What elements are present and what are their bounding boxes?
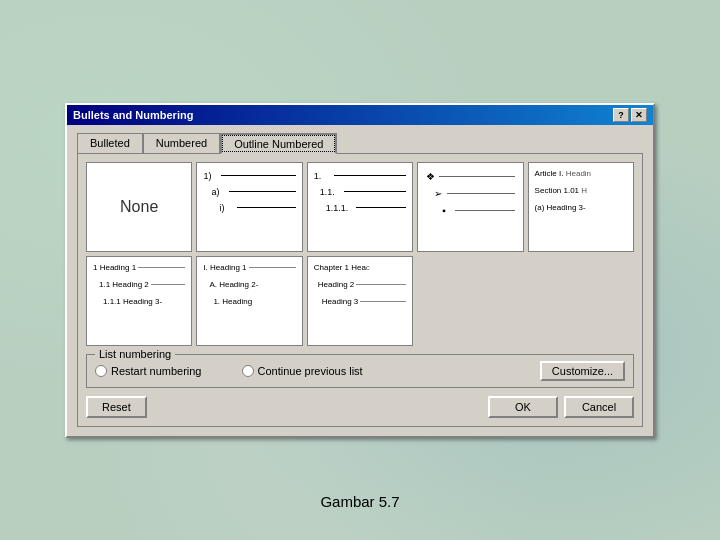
bottom-buttons-row: Reset OK Cancel	[86, 396, 634, 418]
tab-bulleted[interactable]: Bulleted	[77, 133, 143, 154]
continue-label: Continue previous list	[258, 365, 363, 377]
h1-line1: 1 Heading 1	[93, 263, 136, 272]
grid-cell-heading2[interactable]: I. Heading 1 A. Heading 2- 1. Heading	[196, 256, 302, 346]
chapter-list: Chapter 1 Heac Heading 2 Heading 3	[312, 261, 408, 312]
article-heading-2: Section 1.01 H	[535, 186, 587, 195]
ch-line1: Chapter 1 Heac	[314, 263, 370, 272]
ch-line2: Heading 2	[318, 280, 354, 289]
style-grid: None 1) a)	[86, 162, 634, 346]
tab-content: None 1) a)	[77, 153, 643, 427]
ok-cancel-group: OK Cancel	[488, 396, 634, 418]
grid-cell-symbols[interactable]: ❖ ➢ ▪	[417, 162, 523, 252]
grid-cell-article[interactable]: Article I. Headin Section 1.01 H (a) Hea…	[528, 162, 634, 252]
reset-button[interactable]: Reset	[86, 396, 147, 418]
article-heading-3: (a) Heading 3-	[535, 203, 586, 212]
grid-cell-1[interactable]: 1) a) i)	[196, 162, 302, 252]
tab-outline-numbered[interactable]: Outline Numbered	[220, 133, 337, 154]
tab-numbered[interactable]: Numbered	[143, 133, 220, 154]
none-label: None	[120, 198, 158, 216]
h2-line3: 1. Heading	[213, 297, 252, 306]
continue-numbering-option[interactable]: Continue previous list	[242, 365, 363, 377]
title-bar-buttons: ? ✕	[613, 108, 647, 122]
dialog-body: Bulleted Numbered Outline Numbered None	[67, 125, 653, 436]
h2-line2: A. Heading 2-	[209, 280, 258, 289]
caption: Gambar 5.7	[320, 493, 399, 510]
dialog-bullets-numbering: Bullets and Numbering ? ✕ Bulleted Numbe…	[65, 103, 655, 438]
heading2-list: I. Heading 1 A. Heading 2- 1. Heading	[201, 261, 297, 312]
restart-numbering-option[interactable]: Restart numbering	[95, 365, 202, 377]
list-numbering-legend: List numbering	[95, 348, 175, 360]
close-button[interactable]: ✕	[631, 108, 647, 122]
help-button[interactable]: ?	[613, 108, 629, 122]
ch-line3: Heading 3	[322, 297, 358, 306]
restart-radio[interactable]	[95, 365, 107, 377]
dialog-title: Bullets and Numbering	[73, 109, 193, 121]
grid-cell-2[interactable]: 1. 1.1. 1.1.1.	[307, 162, 413, 252]
continue-radio[interactable]	[242, 365, 254, 377]
ok-button[interactable]: OK	[488, 396, 558, 418]
heading1-list: 1 Heading 1 1.1 Heading 2 1.1.1 Heading …	[91, 261, 187, 312]
article-heading-1: Article I. Headin	[535, 169, 591, 178]
tab-bar: Bulleted Numbered Outline Numbered	[77, 133, 643, 154]
article-list: Article I. Headin Section 1.01 H (a) Hea…	[533, 167, 629, 218]
h1-line3: 1.1.1 Heading 3-	[103, 297, 162, 306]
outline-lines-1: 1) a) i)	[201, 167, 297, 217]
grid-cell-none[interactable]: None	[86, 162, 192, 252]
radio-row: Restart numbering Continue previous list…	[95, 361, 625, 381]
cancel-button[interactable]: Cancel	[564, 396, 634, 418]
restart-label: Restart numbering	[111, 365, 202, 377]
list-numbering-box: List numbering Restart numbering Continu…	[86, 354, 634, 388]
list-numbering-section: List numbering Restart numbering Continu…	[86, 354, 634, 388]
symbol-3: ▪	[442, 205, 452, 216]
h1-line2: 1.1 Heading 2	[99, 280, 149, 289]
title-bar: Bullets and Numbering ? ✕	[67, 105, 653, 125]
grid-cell-heading1[interactable]: 1 Heading 1 1.1 Heading 2 1.1.1 Heading …	[86, 256, 192, 346]
grid-cell-chapter[interactable]: Chapter 1 Heac Heading 2 Heading 3	[307, 256, 413, 346]
outline-lines-2: 1. 1.1. 1.1.1.	[312, 167, 408, 217]
symbol-1: ❖	[426, 171, 436, 182]
h2-line1: I. Heading 1	[203, 263, 246, 272]
symbol-2: ➢	[434, 188, 444, 199]
symbol-list: ❖ ➢ ▪	[422, 167, 518, 220]
customize-button[interactable]: Customize...	[540, 361, 625, 381]
